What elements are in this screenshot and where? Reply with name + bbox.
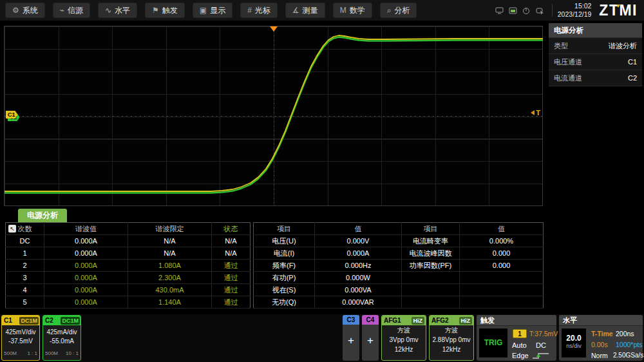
t-time-value: 200ns	[616, 330, 634, 338]
c1-bandwidth: 500M	[4, 350, 17, 356]
t-time-label: T-Time	[591, 330, 613, 338]
c2-scale: 425mA/div	[43, 328, 80, 337]
horizontal-delay: 0.00s	[591, 341, 608, 348]
c4-add-button[interactable]: +	[362, 325, 379, 357]
harmonics-row[interactable]: 20.000A1.080A通过	[6, 260, 251, 272]
measurement-row[interactable]: 电压(U)0.000V电流畸变率0.000%	[254, 235, 544, 247]
sample-rate: 2.50GSa/s	[613, 352, 643, 359]
harmonics-row[interactable]: 10.000AN/AN/A	[6, 247, 251, 260]
panel-title: 电源分析	[549, 23, 642, 37]
measurements-header-row: 项目值 项目值	[254, 223, 544, 235]
harmonics-row[interactable]: DC0.000AN/AN/A	[6, 235, 251, 247]
panel-row-type[interactable]: 类型 谐波分析	[549, 37, 642, 53]
analyze-button[interactable]: ⌕分析	[380, 3, 417, 18]
trigger-type[interactable]: Edge	[512, 352, 529, 359]
afg1-impedance-badge: HiZ	[412, 317, 425, 325]
trigger-box-title: 触发	[477, 315, 556, 326]
c1-probe-ratio: 1 : 1	[27, 350, 37, 356]
c4-name: C4	[362, 315, 379, 325]
power-analysis-panel: 电源分析 类型 谐波分析 电压通道 C1 电流通道 C2	[549, 23, 642, 86]
horizontal-box[interactable]: 水平 20.0 ns/div T-Time 200ns 0.00s 1000*p…	[559, 315, 643, 361]
math-icon: M	[340, 6, 346, 14]
c3-add-button[interactable]: +	[343, 325, 359, 357]
clock-time: 15:02	[558, 2, 592, 10]
afg1-frequency: 12kHz	[382, 345, 426, 354]
channel2-box[interactable]: C2DC1M 425mA/div -55.0mA 500M10 : 1	[43, 315, 81, 361]
afg1-amplitude: 3Vpp 0mv	[382, 335, 426, 345]
timebase-scale: 20.0	[562, 334, 586, 343]
monitor-icon[interactable]	[495, 6, 504, 15]
measurement-row[interactable]: 视在(S)0.000VA	[254, 284, 544, 296]
c1-offset: -37.5mV	[2, 337, 39, 346]
usb-icon[interactable]	[508, 6, 518, 15]
toolbar-divider	[552, 4, 553, 17]
trigger-level-value: T:37.5mV	[529, 330, 558, 338]
measure-button[interactable]: ∡测量	[285, 3, 325, 18]
harmonics-table: ↖次数 谐波值 谐波限定 状态 DC0.000AN/AN/A 10.000AN/…	[5, 222, 251, 309]
trigger-coupling[interactable]: DC	[536, 341, 546, 349]
analyze-icon: ⌕	[387, 6, 392, 14]
harmonics-row[interactable]: 50.000A1.140A通过	[6, 296, 251, 309]
cursor-button[interactable]: #光标	[240, 3, 278, 18]
afg2-name: AFG2	[430, 317, 449, 324]
display-icon: ▣	[200, 6, 207, 14]
trigger-box[interactable]: 触发 TRIG 1 T:37.5mV Auto DC Edge	[477, 315, 556, 361]
c2-trace	[5, 37, 543, 193]
afg2-box[interactable]: AFG2HiZ 方波 2.88Vpp 0mv 12kHz	[429, 315, 474, 361]
trigger-button[interactable]: ⚑触发	[145, 3, 185, 18]
afg1-name: AFG1	[382, 317, 401, 324]
afg2-waveform: 方波	[430, 325, 473, 335]
trigger-level-marker[interactable]: T	[531, 109, 540, 117]
harmonics-header-row: ↖次数 谐波值 谐波限定 状态	[6, 223, 251, 235]
drag-handle-icon[interactable]: ↖	[8, 225, 16, 233]
measurements-table: 项目值 项目值 电压(U)0.000V电流畸变率0.000% 电流(I)0.00…	[253, 222, 544, 309]
trigger-mode[interactable]: Auto	[512, 341, 527, 349]
channel1-box[interactable]: C1DC1M 425mV/div -37.5mV 500M1 : 1	[1, 315, 40, 361]
timebase-unit: ns/div	[562, 343, 586, 349]
measurement-row[interactable]: 频率(F)0.000Hz功率因数(PF)0.000	[254, 260, 544, 272]
c2-bandwidth: 500M	[45, 350, 58, 356]
trigger-source-badge[interactable]: 1	[513, 329, 527, 338]
horizontal-icon: ∿	[105, 6, 111, 14]
waveform-display[interactable]: C2 C1 T	[4, 26, 543, 206]
c1-scale: 425mV/div	[2, 328, 39, 337]
c1-coupling-badge: DC1M	[19, 317, 39, 325]
afg2-frequency: 12kHz	[430, 345, 473, 354]
display-button[interactable]: ▣显示	[193, 3, 232, 18]
measurement-row[interactable]: 电流(I)0.000A电流波峰因数0.000	[254, 247, 544, 260]
cursor-icon: #	[247, 6, 252, 14]
gear-icon: ⚙	[12, 6, 19, 14]
toolbar-right-cluster: 15:02 2023/12/19 ZTMI	[493, 0, 644, 21]
mouse-icon[interactable]	[522, 6, 531, 15]
channel3-box[interactable]: C3 +	[343, 315, 359, 361]
afg1-waveform: 方波	[382, 325, 426, 335]
c3-name: C3	[343, 315, 359, 325]
trigger-flag-icon: ⚑	[152, 6, 159, 14]
clock-date: 2023/12/19	[558, 10, 592, 19]
touch-icon[interactable]	[535, 6, 545, 15]
harmonics-row[interactable]: 30.000A2.300A通过	[6, 272, 251, 284]
logo-accent	[616, 5, 620, 8]
measurement-row[interactable]: 有功(P)0.000W	[254, 272, 544, 284]
acquisition-mode: Norm	[591, 352, 608, 359]
trigger-position-marker[interactable]	[270, 26, 278, 32]
horizontal-box-title: 水平	[559, 315, 643, 326]
oscilloscope-screen: ⚙系统 ⌁信源 ∿水平 ⚑触发 ▣显示 #光标 ∡测量 M数学 ⌕分析 15:0…	[0, 0, 644, 362]
timebase-display: 20.0 ns/div	[562, 329, 586, 357]
harmonics-row[interactable]: 40.000A430.0mA通过	[6, 284, 251, 296]
afg2-impedance-badge: HiZ	[459, 317, 473, 325]
measurement-row[interactable]: 无功(Q)0.000VAR	[254, 296, 544, 309]
clock: 15:02 2023/12/19	[558, 2, 592, 19]
afg1-box[interactable]: AFG1HiZ 方波 3Vpp 0mv 12kHz	[381, 315, 426, 361]
channel4-box[interactable]: C4 +	[362, 315, 379, 361]
panel-row-current-channel[interactable]: 电流通道 C2	[549, 70, 642, 86]
measure-icon: ∡	[292, 6, 299, 14]
brand-logo: ZTMI	[599, 2, 638, 19]
power-analysis-tab[interactable]: 电源分析	[18, 209, 67, 222]
math-button[interactable]: M数学	[333, 3, 372, 18]
horizontal-button[interactable]: ∿水平	[98, 3, 137, 18]
source-button[interactable]: ⌁信源	[53, 3, 90, 18]
system-button[interactable]: ⚙系统	[5, 3, 45, 18]
panel-row-voltage-channel[interactable]: 电压通道 C1	[549, 53, 642, 70]
waveform-svg	[5, 26, 544, 207]
